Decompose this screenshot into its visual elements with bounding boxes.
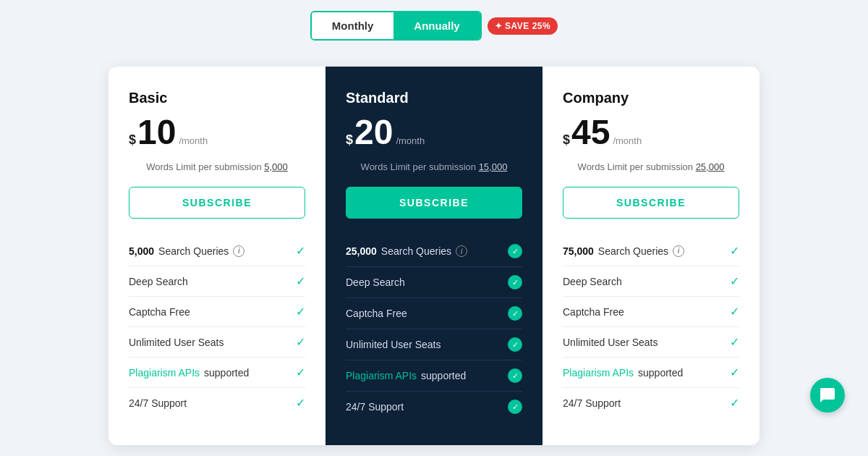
features-list-standard: 25,000 Search Queriesi✓Deep Search✓Captc… <box>346 236 522 422</box>
feature-bold-basic-0: 5,000 <box>129 245 154 257</box>
price-period-company: /month <box>613 135 642 146</box>
api-label-standard-4[interactable]: Plagiarism APIs <box>346 370 417 381</box>
subscribe-btn-basic[interactable]: SUBSCRIBE <box>129 187 305 219</box>
feature-item-standard-0: 25,000 Search Queriesi✓ <box>346 236 522 267</box>
api-label-company-4[interactable]: Plagiarism APIs <box>563 367 634 379</box>
check-company-5: ✓ <box>730 396 739 410</box>
feature-item-company-5: 24/7 Support✓ <box>563 388 739 418</box>
feature-label-basic-3: Unlimited User Seats <box>129 337 224 348</box>
check-company-3: ✓ <box>730 335 739 349</box>
price-dollar-company: $ <box>563 132 570 148</box>
info-icon-company-0[interactable]: i <box>673 245 684 257</box>
feature-label-basic-1: Deep Search <box>129 276 188 287</box>
chat-bubble-button[interactable] <box>810 378 845 413</box>
price-amount-basic: 10 <box>137 115 176 150</box>
feature-item-basic-0: 5,000 Search Queriesi✓ <box>129 236 305 266</box>
feature-item-basic-3: Unlimited User Seats✓ <box>129 327 305 358</box>
save-badge: ✦ SAVE 25% <box>488 17 558 35</box>
feature-item-standard-1: Deep Search✓ <box>346 267 522 298</box>
plan-name-standard: Standard <box>346 90 522 106</box>
feature-label-standard-3: Unlimited User Seats <box>346 339 441 350</box>
annually-toggle-btn[interactable]: Annually <box>393 12 480 39</box>
price-dollar-basic: $ <box>129 132 136 148</box>
check-basic-1: ✓ <box>296 274 305 288</box>
feature-label-company-5: 24/7 Support <box>563 397 621 409</box>
price-period-standard: /month <box>396 135 425 146</box>
feature-label-company-3: Unlimited User Seats <box>563 337 658 348</box>
feature-item-standard-2: Captcha Free✓ <box>346 298 522 329</box>
words-limit-value-standard: 15,000 <box>479 161 508 172</box>
check-standard-4: ✓ <box>508 368 522 383</box>
feature-item-company-1: Deep Search✓ <box>563 266 739 297</box>
check-company-4: ✓ <box>730 366 739 379</box>
feature-label-company-4: Plagiarism APIs supported <box>563 367 683 379</box>
billing-toggle: Monthly Annually <box>310 11 482 41</box>
check-basic-5: ✓ <box>296 396 305 410</box>
feature-label-company-1: Deep Search <box>563 276 622 287</box>
feature-label-basic-5: 24/7 Support <box>129 397 187 409</box>
check-company-1: ✓ <box>730 274 739 288</box>
price-dollar-standard: $ <box>346 132 353 148</box>
plan-card-basic: Basic$10/monthWords Limit per submission… <box>109 67 326 445</box>
feature-label-standard-0: 25,000 Search Queriesi <box>346 245 467 257</box>
features-list-basic: 5,000 Search Queriesi✓Deep Search✓Captch… <box>129 236 305 418</box>
check-standard-3: ✓ <box>508 337 522 352</box>
feature-bold-standard-0: 25,000 <box>346 245 377 257</box>
words-limit-value-company: 25,000 <box>696 161 725 172</box>
info-icon-basic-0[interactable]: i <box>233 245 244 257</box>
subscribe-btn-standard[interactable]: SUBSCRIBE <box>346 187 522 219</box>
subscribe-btn-company[interactable]: SUBSCRIBE <box>563 187 739 219</box>
plan-name-basic: Basic <box>129 90 305 106</box>
feature-label-company-2: Captcha Free <box>563 306 624 318</box>
plan-card-standard: Standard$20/monthWords Limit per submiss… <box>326 67 542 445</box>
words-limit-company: Words Limit per submission 25,000 <box>563 161 739 172</box>
feature-item-basic-5: 24/7 Support✓ <box>129 388 305 418</box>
check-standard-2: ✓ <box>508 306 522 321</box>
check-standard-5: ✓ <box>508 400 522 414</box>
price-row-company: $45/month <box>563 115 739 150</box>
plan-name-company: Company <box>563 90 739 106</box>
feature-label-standard-5: 24/7 Support <box>346 401 404 413</box>
feature-item-standard-3: Unlimited User Seats✓ <box>346 329 522 360</box>
price-row-basic: $10/month <box>129 115 305 150</box>
feature-item-company-0: 75,000 Search Queriesi✓ <box>563 236 739 266</box>
check-basic-2: ✓ <box>296 305 305 318</box>
feature-label-standard-2: Captcha Free <box>346 308 407 319</box>
check-company-0: ✓ <box>730 244 739 258</box>
feature-item-company-2: Captcha Free✓ <box>563 297 739 327</box>
feature-item-basic-4: Plagiarism APIs supported✓ <box>129 358 305 388</box>
price-amount-standard: 20 <box>354 115 393 150</box>
price-row-standard: $20/month <box>346 115 522 150</box>
check-basic-4: ✓ <box>296 366 305 379</box>
feature-item-company-4: Plagiarism APIs supported✓ <box>563 358 739 388</box>
billing-toggle-group: Monthly Annually ✦ SAVE 25% <box>310 11 558 41</box>
chat-icon <box>819 387 836 404</box>
feature-item-company-3: Unlimited User Seats✓ <box>563 327 739 358</box>
words-limit-basic: Words Limit per submission 5,000 <box>129 161 305 172</box>
features-list-company: 75,000 Search Queriesi✓Deep Search✓Captc… <box>563 236 739 418</box>
feature-label-basic-4: Plagiarism APIs supported <box>129 367 249 379</box>
words-limit-standard: Words Limit per submission 15,000 <box>346 161 522 172</box>
feature-label-standard-4: Plagiarism APIs supported <box>346 370 466 381</box>
feature-bold-company-0: 75,000 <box>563 245 594 257</box>
feature-item-standard-5: 24/7 Support✓ <box>346 392 522 422</box>
feature-item-basic-2: Captcha Free✓ <box>129 297 305 327</box>
words-limit-value-basic: 5,000 <box>264 161 288 172</box>
feature-label-company-0: 75,000 Search Queriesi <box>563 245 684 257</box>
check-company-2: ✓ <box>730 305 739 318</box>
price-amount-company: 45 <box>571 115 610 150</box>
feature-item-basic-1: Deep Search✓ <box>129 266 305 297</box>
plans-container: Basic$10/monthWords Limit per submission… <box>109 67 760 445</box>
feature-item-standard-4: Plagiarism APIs supported✓ <box>346 360 522 392</box>
feature-label-standard-1: Deep Search <box>346 276 405 288</box>
monthly-toggle-btn[interactable]: Monthly <box>312 12 394 39</box>
check-standard-1: ✓ <box>508 275 522 290</box>
plan-card-company: Company$45/monthWords Limit per submissi… <box>542 67 760 445</box>
check-basic-0: ✓ <box>296 244 305 258</box>
feature-label-basic-0: 5,000 Search Queriesi <box>129 245 244 257</box>
info-icon-standard-0[interactable]: i <box>456 245 467 257</box>
api-label-basic-4[interactable]: Plagiarism APIs <box>129 367 200 379</box>
check-standard-0: ✓ <box>508 244 522 258</box>
price-period-basic: /month <box>179 135 208 146</box>
check-basic-3: ✓ <box>296 335 305 349</box>
